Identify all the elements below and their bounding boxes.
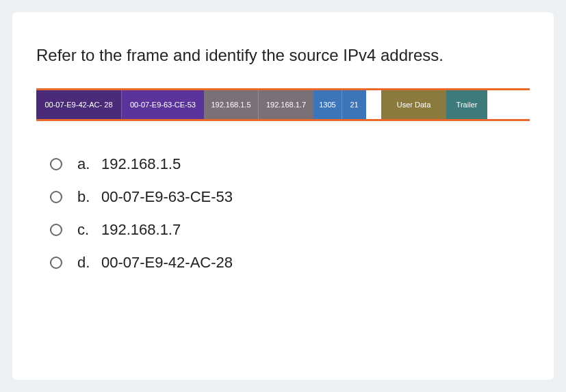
option-text: 00-07-E9-63-CE-53 [101,188,233,206]
option-letter: d. [77,254,101,272]
option-c[interactable]: c. 192.168.1.7 [50,221,530,239]
frame-segment-dest-ip: 192.168.1.7 [259,90,313,119]
frame-segment-src-ip: 192.168.1.5 [204,90,259,119]
frame-diagram: 00-07-E9-42-AC- 28 00-07-E9-63-CE-53 192… [36,88,530,121]
radio-icon [50,158,62,170]
option-text: 192.168.1.5 [101,155,181,173]
radio-icon [50,224,62,236]
frame-segment-gap [366,90,381,119]
option-text: 00-07-E9-42-AC-28 [101,254,233,272]
option-letter: b. [77,188,101,206]
frame-segment-src-mac: 00-07-E9-63-CE-53 [122,90,204,119]
radio-icon [50,191,62,203]
frame-segment-user-data: User Data [381,90,446,119]
frame-segment-dest-mac: 00-07-E9-42-AC- 28 [36,90,122,119]
option-text: 192.168.1.7 [101,221,181,239]
question-text: Refer to the frame and identify the sour… [36,43,530,68]
option-b[interactable]: b. 00-07-E9-63-CE-53 [50,188,530,206]
option-d[interactable]: d. 00-07-E9-42-AC-28 [50,254,530,272]
frame-segment-src-port: 1305 [313,90,342,119]
frame-segment-trailer: Trailer [446,90,487,119]
option-letter: c. [77,221,101,239]
option-letter: a. [77,155,101,173]
radio-icon [50,257,62,269]
option-a[interactable]: a. 192.168.1.5 [50,155,530,173]
question-card: Refer to the frame and identify the sour… [12,12,554,380]
frame-segment-dest-port: 21 [342,90,366,119]
options-list: a. 192.168.1.5 b. 00-07-E9-63-CE-53 c. 1… [36,155,530,272]
